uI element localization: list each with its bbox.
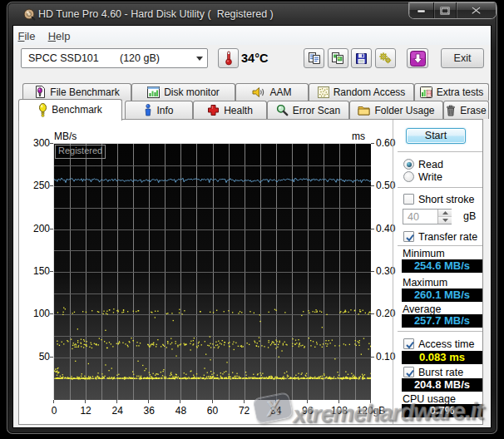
tab-label: Erase [460,105,486,116]
magnifier-icon [276,104,289,116]
transfer-rate-checkbox[interactable] [403,231,414,242]
axis-tick [371,143,374,144]
axis-tick [53,400,54,403]
copy-text-button[interactable] [304,48,324,68]
x-axis-tick-label: 108 [323,405,356,417]
access-time-checkbox[interactable] [403,338,414,349]
minimize-button[interactable] [409,2,434,18]
drive-selector[interactable]: SPCC SSD101 (120 gB) [21,48,208,68]
copy-image-icon [331,52,344,65]
short-stroke-label: Short stroke [418,194,474,205]
app-icon [23,8,36,21]
menu-help[interactable]: Help [46,26,72,45]
right-axis-tick-label: 0.20 [376,308,404,319]
update-icon [410,51,426,67]
toolbar: SPCC SSD101 (120 gB) 34°C [13,45,491,80]
copy-text-icon [308,52,321,65]
read-label: Read [418,159,443,170]
drive-name: SPCC SSD101 [28,52,99,64]
client-area: File Help SPCC SSD101 (120 gB) [13,26,491,427]
tab-label: AAM [269,86,291,98]
window-title: HD Tune Pro 4.60 - Hard Disk Utility ( R… [38,2,274,26]
update-button[interactable] [407,48,428,68]
axis-tick [371,271,374,272]
transfer-rate-label: Transfer rate [418,231,477,243]
temperature-button[interactable] [218,48,239,68]
tab-label: Error Scan [293,105,340,116]
save-button[interactable] [351,48,372,68]
read-radio[interactable] [403,159,414,170]
tab-extra-tests[interactable]: Extra tests [414,83,489,101]
tab-disk-monitor[interactable]: Disk monitor [131,83,235,101]
panel-divider [393,120,393,424]
cpu-usage-label: CPU usage [403,393,456,405]
capacity-spinner[interactable]: 40 [403,209,452,224]
arrow-up-icon [442,211,448,215]
tab-label: Info [156,105,173,116]
copy-image-button[interactable] [328,48,348,68]
tab-label: Extra tests [437,86,484,98]
close-button[interactable] [457,2,496,18]
extra-tests-icon [420,86,432,98]
x-axis-tick-label: 84 [259,405,293,417]
x-axis-tick-label: 0 [37,405,71,417]
benchmark-pane: MB/sms300250200150100500.600.500.400.300… [18,119,483,425]
maximum-label: Maximum [403,277,447,289]
start-button[interactable]: Start [406,128,466,144]
axis-tick [148,400,149,403]
check-icon [405,368,415,378]
tab-info[interactable]: Info [125,101,193,119]
tab-random-access[interactable]: Random Access [309,83,414,101]
axis-tick [180,400,180,403]
screen-background: HD Tune Pro 4.60 - Hard Disk Utility ( R… [0,0,504,439]
maximum-value: 260.1 MB/s [402,289,482,302]
chevron-down-icon [196,57,203,61]
tab-benchmark[interactable]: Benchmark [18,99,122,121]
write-radio[interactable] [403,171,414,182]
left-axis-tick-label: 200 [22,223,50,234]
tab-aam[interactable]: AAM [235,83,309,101]
tab-folder-usage[interactable]: Folder Usage [349,101,443,119]
left-axis-tick-label: 300 [22,137,50,149]
maximize-button[interactable] [434,2,457,18]
cpu-usage-value: 0.7% [402,404,482,417]
spinner-down-button[interactable] [438,217,452,224]
info-icon [144,104,152,116]
title-bar[interactable]: HD Tune Pro 4.60 - Hard Disk Utility ( R… [7,2,497,26]
folder-icon [358,105,370,116]
axis-tick [116,400,117,403]
separator [398,187,482,188]
exit-button[interactable]: Exit [441,48,484,68]
tab-error-scan[interactable]: Error Scan [267,101,349,119]
x-axis-tick-label: 96 [291,405,324,417]
spinner-up-button[interactable] [438,210,452,217]
tab-label: File Benchmark [50,86,119,98]
right-axis-tick-label: 0.10 [376,351,404,363]
burst-rate-label: Burst rate [418,367,463,378]
x-axis-tick-label: 36 [132,405,166,417]
axis-tick [371,229,374,229]
x-axis-tick-label: 120gB [354,405,388,417]
tab-health[interactable]: Health [193,101,267,119]
right-axis-tick-label: 0.40 [376,223,404,234]
right-axis-tick-label: 0.50 [376,180,404,191]
burst-rate-checkbox[interactable] [403,367,414,377]
temperature-value: 34°C [241,48,268,68]
window-controls [409,2,496,18]
left-axis-tick-label: 100 [22,308,50,319]
tab-label: Disk monitor [164,86,220,98]
left-axis-tick-label: 150 [22,265,50,277]
short-stroke-checkbox[interactable] [403,194,414,205]
menu-file[interactable]: File [13,26,40,45]
tab-label: Health [224,105,253,116]
right-axis-tick-label: 0.30 [376,265,404,277]
axis-tick [244,400,245,403]
options-button[interactable] [375,48,396,68]
tab-file-benchmark[interactable]: File Benchmark [22,83,131,101]
x-axis-tick-label: 12 [69,405,102,417]
thermometer-icon [224,51,234,66]
right-axis-title: ms [352,131,365,142]
axis-tick [370,400,371,403]
minimum-label: Minimum [403,248,445,259]
tab-erase[interactable]: Erase [443,101,489,119]
